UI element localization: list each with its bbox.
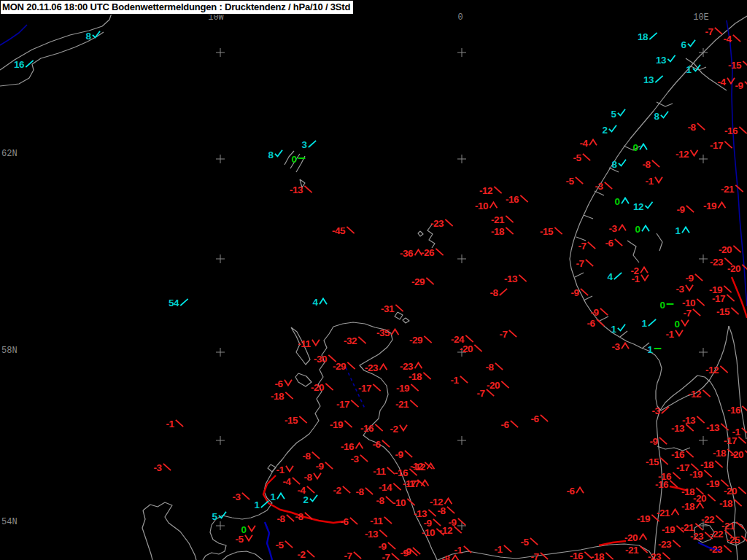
- map-canvas: [0, 0, 747, 560]
- fjord-11: [620, 331, 627, 337]
- canal-scotland-dashed: [346, 368, 365, 408]
- grid-plus-mark: [216, 436, 225, 445]
- grid-plus-mark: [457, 48, 466, 57]
- grid-plus-mark: [699, 348, 708, 357]
- grid-plus-mark: [216, 155, 225, 163]
- coastline-fair-isle: [418, 231, 423, 236]
- river-iceland: [0, 25, 27, 45]
- fjord-3: [624, 146, 640, 150]
- coastline-shetland: [427, 225, 435, 248]
- front-england-blue: [265, 522, 272, 560]
- fjord-6: [584, 215, 593, 219]
- coastlines-layer: [0, 13, 747, 560]
- front-denmark-blue: [698, 542, 720, 551]
- grid-plus-mark: [457, 155, 466, 163]
- weather-map-screen: MON 20.11.06 18:00 UTC Bodenwettermeldun…: [0, 0, 747, 560]
- coastline-ireland-e: [143, 502, 196, 560]
- inland-norway-2: [657, 233, 662, 251]
- grid-plus-mark: [216, 348, 225, 357]
- coastline-iceland-a: [0, 13, 112, 70]
- coastline-skye: [295, 373, 311, 386]
- grid-plus-mark: [457, 254, 466, 263]
- title-bar: MON 20.11.06 18:00 UTC Bodenwettermeldun…: [0, 0, 354, 15]
- coastline-limfjord: [657, 446, 690, 451]
- grid-plus-mark: [699, 155, 708, 163]
- coastline-german-bight: [438, 544, 654, 560]
- grid-plus-mark: [457, 436, 466, 445]
- coastline-orkney-2: [403, 318, 409, 323]
- coastline-faroe-4: [300, 179, 305, 187]
- grid-plus-mark: [216, 48, 225, 57]
- fjord-9: [584, 296, 592, 300]
- front-denmark-north-red: [670, 486, 688, 491]
- grid-plus-mark: [699, 521, 708, 530]
- grid-plus-mark: [699, 436, 708, 445]
- grid-plus-mark: [216, 254, 225, 263]
- coastline-ireland-w: [142, 510, 152, 560]
- fjord-4: [609, 168, 619, 172]
- grid-plus-mark: [457, 348, 466, 357]
- coastline-uk-east: [333, 322, 437, 560]
- coastline-faroe-3: [296, 156, 305, 172]
- coastline-uk-west: [203, 327, 333, 560]
- coastline-bristol: [222, 551, 263, 560]
- coastline-faroe-2: [290, 154, 300, 168]
- coastline-faroe-1: [285, 151, 294, 165]
- coastline-fyn: [694, 524, 714, 542]
- title-text: MON 20.11.06 18:00 UTC Bodenwettermeldun…: [2, 1, 350, 12]
- coastline-hebrides: [291, 327, 310, 365]
- grid-plus-mark: [216, 521, 225, 530]
- coastline-orkney-1: [395, 312, 403, 319]
- border-norway-sweden: [727, 20, 747, 306]
- coastline-denmark: [654, 376, 738, 560]
- grid-plus-layer: [216, 48, 708, 530]
- fjord-7: [576, 237, 586, 241]
- fronts-layer: [263, 277, 747, 560]
- front-england-red: [263, 475, 344, 523]
- coastline-norway-west: [570, 16, 747, 411]
- grid-plus-mark: [457, 521, 466, 530]
- coastline-sweden-west: [729, 326, 746, 439]
- fjord-5: [595, 191, 604, 195]
- fjord-10: [600, 316, 608, 321]
- fjord-8: [575, 273, 584, 277]
- grid-plus-mark: [699, 254, 708, 263]
- inland-norway-3: [686, 58, 727, 90]
- inland-norway-1: [627, 241, 639, 262]
- fjord-12: [642, 343, 649, 349]
